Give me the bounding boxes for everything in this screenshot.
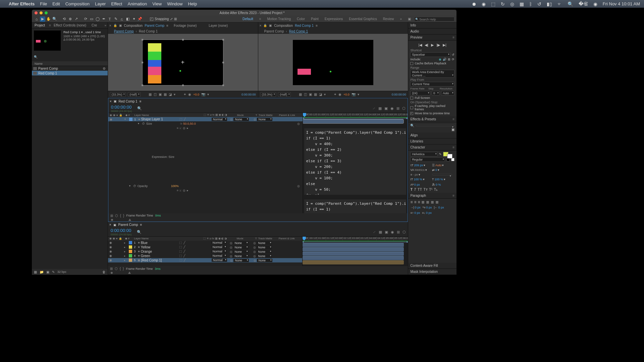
workspace-eg[interactable]: Essential Graphics xyxy=(346,16,379,21)
tl2-tab[interactable]: Parent Comp xyxy=(118,223,138,227)
fullscreen-checkbox[interactable] xyxy=(410,97,413,100)
expr-pick-icon[interactable]: ◎ xyxy=(183,126,185,130)
panel-menu-icon[interactable]: ≡ xyxy=(166,24,168,27)
dropbox-icon[interactable]: ⬚ xyxy=(491,1,495,7)
tab-cre[interactable]: Cre xyxy=(89,23,100,27)
panel-menu-icon[interactable]: ≡ xyxy=(452,36,454,39)
project-item-parent[interactable]: Parent Comp ⚙ xyxy=(32,66,108,71)
tl1-close-icon[interactable]: × xyxy=(110,100,112,103)
layer-bar[interactable] xyxy=(303,260,404,264)
viewer2-link-icon[interactable]: ▣ xyxy=(269,24,272,27)
workspace-reset-icon[interactable]: ▣ xyxy=(405,16,414,21)
menu-window[interactable]: Window xyxy=(167,1,182,6)
expr-graph-icon[interactable]: ⟀ xyxy=(180,189,181,192)
workspace-paint[interactable]: Paint xyxy=(308,16,321,21)
font-dropdown[interactable]: Helvetica xyxy=(410,152,438,157)
movetime-checkbox[interactable] xyxy=(410,112,413,115)
view-icon[interactable]: ▾ xyxy=(174,93,175,96)
clock[interactable]: Fri Nov 4 10:01 AM xyxy=(603,1,640,6)
font-size-value[interactable]: 209 px xyxy=(414,164,423,167)
flowchart-icon[interactable]: ⚙ xyxy=(103,67,106,70)
stroke-swatch[interactable] xyxy=(447,154,452,159)
draft-icon[interactable]: ▦ xyxy=(379,230,382,234)
menu-help[interactable]: Help xyxy=(188,1,197,6)
mag-dropdown[interactable]: (33.3%) xyxy=(110,92,126,97)
res-dropdown[interactable]: (Half) xyxy=(128,92,141,97)
project-column-name[interactable]: Name xyxy=(32,61,108,66)
selection-tool-icon[interactable]: ▶ xyxy=(40,16,45,22)
new-bin-icon[interactable]: ▣ xyxy=(451,128,454,131)
parent-dropdown[interactable]: None xyxy=(257,250,272,253)
screen-record-icon[interactable]: ⏺ xyxy=(472,1,476,7)
graph-icon[interactable]: ⊞ xyxy=(396,106,399,111)
transp-icon[interactable]: ▦ xyxy=(164,93,167,96)
3d-icon[interactable]: ◪ xyxy=(169,93,172,96)
shy-icon[interactable]: ⟋ xyxy=(372,106,376,111)
time-ruler[interactable]: :00f00:12f01:00f01:12f02:00f02:12f03:00f… xyxy=(303,237,408,241)
frame-blend-icon[interactable]: ▣ xyxy=(385,230,388,234)
twirl-icon[interactable]: ▸ xyxy=(121,250,128,253)
cache-checkbox[interactable] xyxy=(410,62,413,65)
eraser-tool-icon[interactable]: ◧ xyxy=(125,16,130,22)
dolly-tool-icon[interactable]: ↗ xyxy=(73,16,79,22)
expression-editor-size[interactable]: I = comp("Parent Comp").layer("Red Comp … xyxy=(304,128,407,195)
workspace-motion[interactable]: Motion Tracking xyxy=(265,16,294,21)
framerate-dropdown[interactable]: (24) xyxy=(410,91,430,96)
twirl-icon[interactable]: ▸ xyxy=(121,241,128,244)
twirl-icon[interactable]: ▸ xyxy=(121,254,128,257)
sync-icon[interactable]: ↻ xyxy=(501,1,505,7)
breadcrumb-red[interactable]: Red Comp 1 xyxy=(139,29,158,33)
loop-icon[interactable]: ⟳ xyxy=(452,58,454,61)
playfrom-dropdown[interactable]: Current Time xyxy=(410,82,454,86)
shy-icon[interactable]: ⟋ xyxy=(372,230,376,234)
expr-graph-icon[interactable]: ⟀ xyxy=(180,126,181,130)
range-dropdown[interactable]: Work Area Extended By Current ... xyxy=(410,70,454,78)
justify-right-icon[interactable]: ≣ xyxy=(431,200,434,204)
frame-blend-icon[interactable]: ▣ xyxy=(384,106,388,111)
mode-dropdown[interactable]: Normal xyxy=(212,118,227,121)
eyedropper-icon[interactable]: ✎ xyxy=(439,153,442,156)
mode-dropdown[interactable]: Normal xyxy=(212,258,227,262)
trackmatte-dropdown[interactable]: None xyxy=(233,259,249,262)
tab-effect-controls[interactable]: Effect Controls (none) xyxy=(51,23,89,27)
brain-icon[interactable]: ⬡ xyxy=(402,230,406,234)
tl2-close-icon[interactable]: × xyxy=(109,223,111,227)
color-mgmt-icon[interactable]: ◉ xyxy=(188,93,191,96)
interpret-icon[interactable]: ▦ xyxy=(34,270,37,274)
viewer2-lock-icon[interactable]: 🔒 xyxy=(263,24,267,27)
project-item-red[interactable]: Red Comp 1 xyxy=(32,71,108,75)
depth-label[interactable]: 32 bpc xyxy=(57,270,66,274)
layer-bar[interactable] xyxy=(303,243,404,247)
time-navigator[interactable] xyxy=(108,271,408,275)
workspace-expressions[interactable]: Expressions xyxy=(322,16,345,21)
layer-bar[interactable] xyxy=(303,252,404,256)
superscript-icon[interactable]: T¹ xyxy=(429,187,432,192)
menu-composition[interactable]: Composition xyxy=(65,1,90,6)
3d-icon[interactable]: ◪ xyxy=(319,93,322,96)
color-mgmt-icon[interactable]: ◉ xyxy=(338,93,341,96)
mode-dropdown[interactable]: Normal xyxy=(211,241,227,244)
toggle-in-icon[interactable]: { xyxy=(120,214,121,218)
prev-frame-icon[interactable]: ◀| xyxy=(425,43,428,47)
toggle-switches-icon[interactable]: ⊞ xyxy=(110,267,113,270)
viewer2-close-icon[interactable]: × xyxy=(260,24,262,27)
wifi-icon[interactable]: ᯤ xyxy=(557,1,562,7)
workspace-review[interactable]: Review xyxy=(380,16,397,21)
twirl-icon[interactable]: ▾ xyxy=(122,118,128,121)
trackmatte-dropdown[interactable]: None xyxy=(233,250,249,253)
layer-row[interactable]: ◉ ▸ 4 ★ Green ⬚╱ Normal ◎ None ◎ None xyxy=(108,254,302,258)
panel-paragraph[interactable]: Paragraph xyxy=(410,194,426,197)
kerning-value[interactable]: Metrics xyxy=(415,168,425,172)
snapshot-icon[interactable]: 📷 xyxy=(352,93,356,96)
calendar-icon[interactable]: ▦ xyxy=(520,1,524,7)
workspace-opt-icon[interactable]: ≡ xyxy=(257,16,264,21)
mask-icon[interactable]: ◫ xyxy=(154,93,157,96)
menu-edit[interactable]: Edit xyxy=(52,1,60,6)
expression-editor-opacity[interactable]: I = comp("Parent Comp").layer("Red Comp … xyxy=(304,199,407,213)
moblur-icon[interactable]: ◉ xyxy=(390,106,394,111)
parent-dropdown[interactable]: None xyxy=(257,118,272,121)
trash-icon[interactable]: 🗑 xyxy=(102,270,106,274)
justify-center-icon[interactable]: ≣ xyxy=(426,200,429,204)
graph-icon[interactable]: ⊞ xyxy=(397,230,400,234)
orbit-tool-icon[interactable]: ⟲ xyxy=(61,16,67,22)
